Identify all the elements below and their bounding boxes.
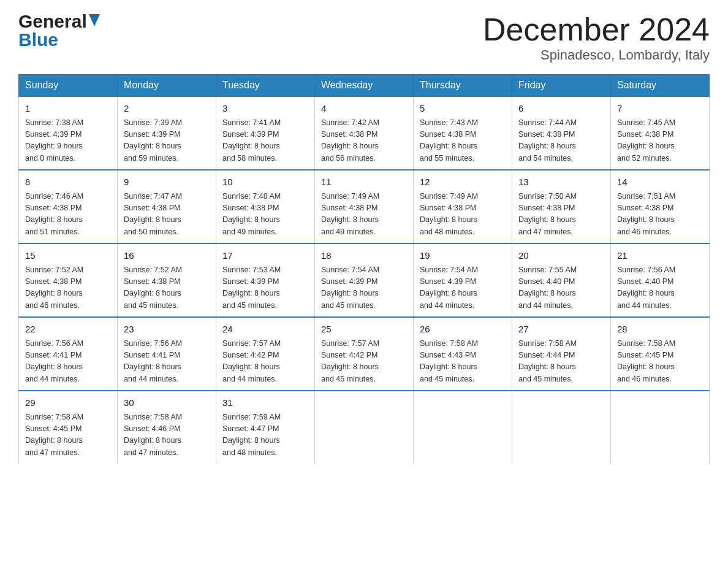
day-info: Sunrise: 7:51 AMSunset: 4:38 PMDaylight:…: [617, 191, 703, 239]
day-number: 18: [321, 249, 407, 263]
day-number: 5: [420, 102, 506, 116]
day-info: Sunrise: 7:59 AMSunset: 4:47 PMDaylight:…: [222, 412, 308, 459]
day-info: Sunrise: 7:45 AMSunset: 4:38 PMDaylight:…: [617, 117, 703, 165]
calendar-cell: 4Sunrise: 7:42 AMSunset: 4:38 PMDaylight…: [315, 96, 414, 170]
calendar-cell: 13Sunrise: 7:50 AMSunset: 4:38 PMDayligh…: [512, 170, 611, 243]
day-info: Sunrise: 7:38 AMSunset: 4:39 PMDaylight:…: [25, 117, 111, 165]
calendar-cell: 28Sunrise: 7:58 AMSunset: 4:45 PMDayligh…: [611, 317, 710, 391]
calendar-cell: 2Sunrise: 7:39 AMSunset: 4:39 PMDaylight…: [118, 96, 216, 170]
day-number: 12: [420, 175, 506, 190]
day-number: 11: [321, 175, 407, 190]
day-number: 30: [124, 396, 210, 410]
day-number: 6: [518, 102, 604, 116]
calendar-cell: 17Sunrise: 7:53 AMSunset: 4:39 PMDayligh…: [216, 243, 315, 317]
calendar-cell: 19Sunrise: 7:54 AMSunset: 4:39 PMDayligh…: [414, 243, 512, 317]
logo-arrow-icon: [89, 14, 100, 29]
day-info: Sunrise: 7:48 AMSunset: 4:38 PMDaylight:…: [222, 191, 308, 239]
logo-general-text: General: [18, 12, 87, 31]
day-number: 17: [222, 249, 308, 263]
col-header-friday: Friday: [512, 75, 611, 97]
calendar-cell: [611, 391, 710, 464]
day-info: Sunrise: 7:57 AMSunset: 4:42 PMDaylight:…: [321, 338, 407, 386]
calendar-cell: 21Sunrise: 7:56 AMSunset: 4:40 PMDayligh…: [611, 243, 710, 317]
calendar-cell: 14Sunrise: 7:51 AMSunset: 4:38 PMDayligh…: [611, 170, 710, 243]
calendar-title: December 2024: [483, 12, 710, 47]
calendar-cell: 11Sunrise: 7:49 AMSunset: 4:38 PMDayligh…: [315, 170, 414, 243]
calendar-cell: 15Sunrise: 7:52 AMSunset: 4:38 PMDayligh…: [19, 243, 118, 317]
calendar-cell: 26Sunrise: 7:58 AMSunset: 4:43 PMDayligh…: [414, 317, 512, 391]
day-number: 26: [420, 323, 506, 337]
day-info: Sunrise: 7:49 AMSunset: 4:38 PMDaylight:…: [321, 191, 407, 239]
day-info: Sunrise: 7:52 AMSunset: 4:38 PMDaylight:…: [124, 264, 210, 312]
day-number: 16: [124, 249, 210, 263]
calendar-week-5: 29Sunrise: 7:58 AMSunset: 4:45 PMDayligh…: [19, 391, 710, 464]
day-info: Sunrise: 7:46 AMSunset: 4:38 PMDaylight:…: [25, 191, 111, 239]
day-info: Sunrise: 7:56 AMSunset: 4:41 PMDaylight:…: [25, 338, 111, 386]
header-row: SundayMondayTuesdayWednesdayThursdayFrid…: [19, 75, 710, 97]
day-number: 3: [222, 102, 308, 116]
day-number: 15: [25, 249, 111, 263]
day-info: Sunrise: 7:57 AMSunset: 4:42 PMDaylight:…: [222, 338, 308, 386]
day-info: Sunrise: 7:55 AMSunset: 4:40 PMDaylight:…: [518, 264, 604, 312]
calendar-cell: 5Sunrise: 7:43 AMSunset: 4:38 PMDaylight…: [414, 96, 512, 170]
calendar-cell: 6Sunrise: 7:44 AMSunset: 4:38 PMDaylight…: [512, 96, 611, 170]
day-number: 28: [617, 323, 703, 337]
calendar-table: SundayMondayTuesdayWednesdayThursdayFrid…: [18, 74, 710, 464]
day-info: Sunrise: 7:53 AMSunset: 4:39 PMDaylight:…: [222, 264, 308, 312]
day-number: 1: [25, 102, 111, 116]
day-number: 21: [617, 249, 703, 263]
day-number: 19: [420, 249, 506, 263]
title-block: December 2024 Spinadesco, Lombardy, Ital…: [483, 12, 710, 63]
day-number: 4: [321, 102, 407, 116]
day-info: Sunrise: 7:44 AMSunset: 4:38 PMDaylight:…: [518, 117, 604, 165]
day-info: Sunrise: 7:54 AMSunset: 4:39 PMDaylight:…: [420, 264, 506, 312]
svg-marker-0: [89, 14, 100, 26]
col-header-monday: Monday: [118, 75, 216, 97]
day-number: 13: [518, 175, 604, 190]
day-info: Sunrise: 7:39 AMSunset: 4:39 PMDaylight:…: [124, 117, 210, 165]
calendar-cell: 8Sunrise: 7:46 AMSunset: 4:38 PMDaylight…: [19, 170, 118, 243]
day-number: 7: [617, 102, 703, 116]
calendar-week-3: 15Sunrise: 7:52 AMSunset: 4:38 PMDayligh…: [19, 243, 710, 317]
day-info: Sunrise: 7:50 AMSunset: 4:38 PMDaylight:…: [518, 191, 604, 239]
calendar-cell: 9Sunrise: 7:47 AMSunset: 4:38 PMDaylight…: [118, 170, 216, 243]
day-number: 31: [222, 396, 308, 410]
calendar-cell: 1Sunrise: 7:38 AMSunset: 4:39 PMDaylight…: [19, 96, 118, 170]
calendar-week-4: 22Sunrise: 7:56 AMSunset: 4:41 PMDayligh…: [19, 317, 710, 391]
day-info: Sunrise: 7:47 AMSunset: 4:38 PMDaylight:…: [124, 191, 210, 239]
calendar-location: Spinadesco, Lombardy, Italy: [483, 47, 710, 63]
day-number: 27: [518, 323, 604, 337]
day-info: Sunrise: 7:58 AMSunset: 4:45 PMDaylight:…: [25, 412, 111, 459]
day-number: 9: [124, 175, 210, 190]
calendar-cell: 16Sunrise: 7:52 AMSunset: 4:38 PMDayligh…: [118, 243, 216, 317]
day-number: 8: [25, 175, 111, 190]
day-info: Sunrise: 7:56 AMSunset: 4:41 PMDaylight:…: [124, 338, 210, 386]
day-number: 10: [222, 175, 308, 190]
day-info: Sunrise: 7:52 AMSunset: 4:38 PMDaylight:…: [25, 264, 111, 312]
calendar-cell: [512, 391, 611, 464]
calendar-cell: 30Sunrise: 7:58 AMSunset: 4:46 PMDayligh…: [118, 391, 216, 464]
calendar-week-2: 8Sunrise: 7:46 AMSunset: 4:38 PMDaylight…: [19, 170, 710, 243]
calendar-cell: [315, 391, 414, 464]
page-header: General Blue December 2024 Spinadesco, L…: [18, 12, 710, 63]
day-number: 24: [222, 323, 308, 337]
day-number: 23: [124, 323, 210, 337]
col-header-tuesday: Tuesday: [216, 75, 315, 97]
day-number: 2: [124, 102, 210, 116]
day-info: Sunrise: 7:56 AMSunset: 4:40 PMDaylight:…: [617, 264, 703, 312]
day-number: 29: [25, 396, 111, 410]
calendar-cell: 31Sunrise: 7:59 AMSunset: 4:47 PMDayligh…: [216, 391, 315, 464]
day-info: Sunrise: 7:49 AMSunset: 4:38 PMDaylight:…: [420, 191, 506, 239]
day-info: Sunrise: 7:58 AMSunset: 4:43 PMDaylight:…: [420, 338, 506, 386]
calendar-week-1: 1Sunrise: 7:38 AMSunset: 4:39 PMDaylight…: [19, 96, 710, 170]
col-header-wednesday: Wednesday: [315, 75, 414, 97]
col-header-thursday: Thursday: [414, 75, 512, 97]
calendar-cell: 7Sunrise: 7:45 AMSunset: 4:38 PMDaylight…: [611, 96, 710, 170]
day-number: 25: [321, 323, 407, 337]
col-header-sunday: Sunday: [19, 75, 118, 97]
day-number: 22: [25, 323, 111, 337]
calendar-cell: 24Sunrise: 7:57 AMSunset: 4:42 PMDayligh…: [216, 317, 315, 391]
calendar-cell: 27Sunrise: 7:58 AMSunset: 4:44 PMDayligh…: [512, 317, 611, 391]
calendar-cell: 18Sunrise: 7:54 AMSunset: 4:39 PMDayligh…: [315, 243, 414, 317]
calendar-cell: 25Sunrise: 7:57 AMSunset: 4:42 PMDayligh…: [315, 317, 414, 391]
